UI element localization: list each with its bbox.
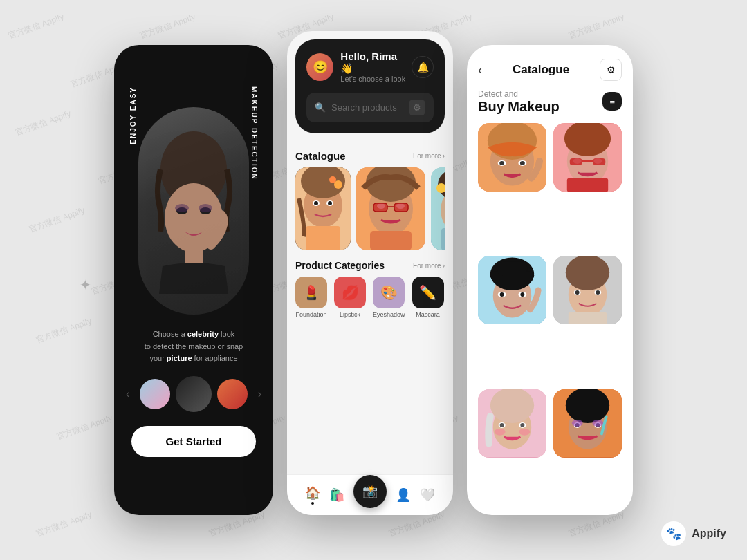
svg-rect-26 [370, 231, 412, 250]
grid-item-6[interactable] [553, 389, 622, 458]
product-lipstick[interactable]: 💋 Lipstick [334, 277, 366, 318]
thumbnail-row: ‹ › [140, 376, 248, 412]
svg-point-78 [519, 429, 530, 436]
grid-face-1 [478, 123, 546, 192]
svg-point-76 [520, 423, 524, 427]
product-foundation[interactable]: 💄 Foundation [295, 277, 327, 318]
cat-card-1[interactable] [295, 167, 351, 250]
catalogue-subtitle: Detect and Buy Makeup [478, 89, 560, 115]
grid-item-5[interactable] [478, 389, 546, 458]
detect-label: Detect and [478, 89, 560, 99]
nav-wishlist[interactable]: 🤍 [420, 487, 435, 503]
cat-card-2[interactable] [356, 167, 425, 250]
greeting: Hello, Rima 👋 [340, 50, 412, 75]
eyeshadow-icon-box: 🎨 [373, 277, 405, 308]
eyeshadow-label: Eyeshadow [373, 311, 405, 318]
product-eyeshadow[interactable]: 🎨 Eyeshadow [373, 277, 405, 318]
product-icons-row: 💄 Foundation 💋 Lipstick 🎨 Eyeshadow ✏️ M… [295, 277, 445, 318]
cat-card-3[interactable] [431, 167, 445, 250]
thumb-1[interactable] [140, 379, 170, 409]
foundation-label: Foundation [295, 311, 326, 318]
svg-rect-15 [306, 226, 340, 250]
phones-container: ENJOY EASY MAKEUP DETECTION ✦ [0, 0, 747, 560]
hero-face [138, 107, 249, 315]
nav-profile[interactable]: 👤 [396, 487, 411, 503]
home-header: 😊 Hello, Rima 👋 Let's choose a look 🔔 [306, 50, 434, 83]
caption: Choose a celebrity look to detect the ma… [145, 328, 243, 365]
phone-2-home: 😊 Hello, Rima 👋 Let's choose a look 🔔 🔍 … [287, 31, 453, 515]
search-icon: 🔍 [315, 102, 326, 113]
filter-button[interactable]: ≡ [602, 92, 622, 111]
catalogue-section-header: Catalogue For more › [295, 142, 445, 167]
prev-arrow[interactable]: ‹ [126, 388, 129, 400]
thumb-3[interactable] [217, 379, 248, 409]
search-bar[interactable]: 🔍 Search products ⚙ [306, 93, 434, 122]
phone-1-splash: ENJOY EASY MAKEUP DETECTION ✦ [114, 45, 273, 515]
search-input[interactable]: Search products [331, 102, 403, 113]
svg-point-64 [566, 256, 609, 290]
catalogue-grid [467, 123, 633, 515]
grid-face-6 [553, 389, 622, 458]
settings-button[interactable]: ⚙ [600, 59, 622, 81]
buy-label: Buy Makeup [478, 99, 560, 115]
catalogue-page-title: Catalogue [513, 63, 569, 77]
notification-bell[interactable]: 🔔 [412, 56, 434, 78]
svg-point-5 [175, 204, 189, 212]
grid-face-3 [478, 256, 546, 324]
grid-item-1[interactable] [478, 123, 546, 192]
svg-rect-65 [569, 312, 607, 325]
mascara-label: Mascara [416, 311, 440, 318]
nav-shop[interactable]: 🛍️ [329, 487, 344, 503]
nav-home[interactable]: 🏠 [305, 485, 320, 505]
phone-2-top-section: 😊 Hello, Rima 👋 Let's choose a look 🔔 🔍 … [295, 39, 445, 133]
grid-item-3[interactable] [478, 256, 546, 324]
mascara-icon-box: ✏️ [412, 277, 444, 308]
for-more-catalogue[interactable]: For more › [413, 152, 445, 160]
user-info: 😊 Hello, Rima 👋 Let's choose a look [306, 50, 412, 83]
svg-point-43 [520, 160, 525, 165]
svg-rect-51 [593, 158, 605, 165]
next-arrow[interactable]: › [258, 388, 261, 400]
svg-rect-24 [394, 203, 408, 212]
svg-point-75 [500, 423, 504, 427]
cat-face-svg-1 [295, 167, 351, 250]
grid-face-2 [553, 123, 622, 192]
for-more-products[interactable]: For more › [413, 262, 445, 270]
grid-face-5 [478, 389, 546, 458]
svg-point-60 [500, 292, 504, 297]
caption-celebrity: celebrity [187, 330, 219, 338]
back-button[interactable]: ‹ [478, 63, 482, 77]
nav-dot [311, 502, 314, 505]
get-started-button[interactable]: Get Started [131, 426, 257, 457]
arc-text-right: MAKEUP DETECTION [250, 86, 258, 180]
avatar: 😊 [306, 53, 333, 81]
svg-point-61 [520, 292, 524, 297]
svg-rect-50 [570, 158, 582, 165]
hero-face-svg [149, 128, 239, 294]
greeting-sub: Let's choose a look [340, 75, 412, 83]
grid-item-4[interactable] [553, 256, 622, 324]
arc-text-left: ENJOY EASY [129, 86, 137, 144]
svg-point-6 [199, 204, 212, 212]
product-categories-header: Product Categories For more › [295, 253, 445, 277]
nav-camera[interactable]: 📸 [353, 475, 387, 508]
product-categories-title: Product Categories [295, 260, 385, 271]
hero-image [138, 107, 249, 315]
svg-rect-57 [497, 261, 528, 275]
grid-item-2[interactable] [553, 123, 622, 192]
phone-2-content: Catalogue For more › [287, 142, 453, 474]
product-mascara[interactable]: ✏️ Mascara [412, 277, 444, 318]
svg-rect-36 [441, 228, 445, 250]
svg-point-69 [596, 290, 600, 295]
user-text: Hello, Rima 👋 Let's choose a look [340, 50, 412, 83]
filter-icon[interactable]: ⚙ [409, 100, 425, 115]
bottom-navigation: 🏠 🛍️ 📸 👤 🤍 [287, 474, 453, 515]
svg-point-77 [495, 429, 506, 436]
appify-branding: 🐾 Appify [661, 521, 726, 546]
catalogue-scroll [295, 167, 445, 250]
phone-3-catalogue: ‹ Catalogue ⚙ Detect and Buy Makeup ≡ [467, 45, 633, 515]
catalogue-label: Catalogue [295, 150, 346, 162]
svg-point-86 [572, 420, 583, 427]
svg-point-72 [490, 389, 534, 424]
thumb-2[interactable] [176, 376, 212, 412]
